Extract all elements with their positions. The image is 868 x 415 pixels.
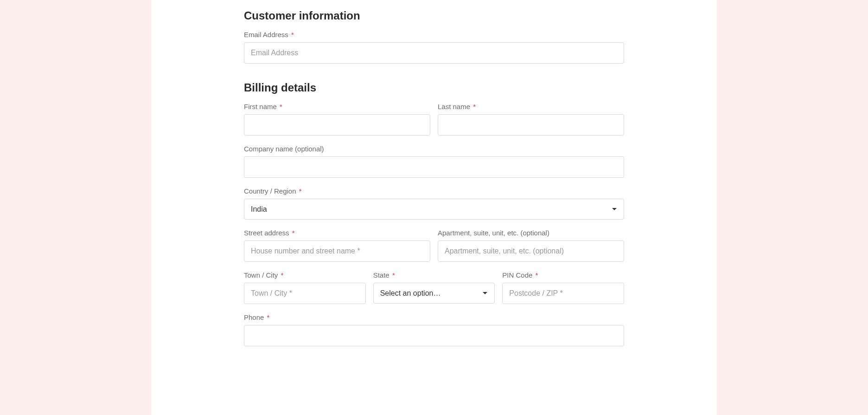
phone-label: Phone * <box>244 313 624 321</box>
required-mark: * <box>299 187 302 195</box>
checkout-card: Customer information Email Address * Bil… <box>151 0 717 415</box>
city-label: Town / City * <box>244 271 366 279</box>
email-label-text: Email Address <box>244 31 288 39</box>
street-input[interactable] <box>244 240 430 262</box>
customer-info-section: Customer information Email Address * <box>244 9 624 64</box>
required-mark: * <box>292 229 295 237</box>
first-name-input[interactable] <box>244 114 430 136</box>
phone-field-wrapper: Phone * <box>244 313 624 346</box>
customer-info-heading: Customer information <box>244 9 624 22</box>
required-mark: * <box>280 103 282 110</box>
street-label-text: Street address <box>244 229 289 237</box>
first-name-field-wrapper: First name * <box>244 103 430 136</box>
pin-input[interactable] <box>502 283 624 304</box>
billing-details-section: Billing details First name * Last name * <box>244 81 624 346</box>
country-select[interactable]: India <box>244 199 624 220</box>
phone-input[interactable] <box>244 325 624 346</box>
first-name-label: First name * <box>244 103 430 110</box>
required-mark: * <box>267 313 270 321</box>
required-mark: * <box>473 103 476 110</box>
city-field-wrapper: Town / City * <box>244 271 366 304</box>
street-field-wrapper: Street address * <box>244 229 430 262</box>
state-label: State * <box>373 271 495 279</box>
apt-field-wrapper: Apartment, suite, unit, etc. (optional) <box>438 229 624 262</box>
pin-field-wrapper: PIN Code * <box>502 271 624 304</box>
form-inner: Customer information Email Address * Bil… <box>244 9 624 346</box>
required-mark: * <box>291 31 294 39</box>
email-field-wrapper: Email Address * <box>244 31 624 64</box>
state-field-wrapper: State * Select an option… <box>373 271 495 304</box>
pin-label: PIN Code * <box>502 271 624 279</box>
state-select[interactable]: Select an option… <box>373 283 495 304</box>
country-label-text: Country / Region <box>244 187 296 195</box>
company-input[interactable] <box>244 156 624 178</box>
city-input[interactable] <box>244 283 366 304</box>
last-name-field-wrapper: Last name * <box>438 103 624 136</box>
street-label: Street address * <box>244 229 430 237</box>
company-label: Company name (optional) <box>244 145 624 153</box>
first-name-label-text: First name <box>244 103 277 110</box>
pin-label-text: PIN Code <box>502 271 532 279</box>
email-label: Email Address * <box>244 31 624 39</box>
phone-label-text: Phone <box>244 313 264 321</box>
required-mark: * <box>392 271 395 279</box>
last-name-label: Last name * <box>438 103 624 110</box>
email-input[interactable] <box>244 42 624 64</box>
apt-input[interactable] <box>438 240 624 262</box>
country-label: Country / Region * <box>244 187 624 195</box>
required-mark: * <box>281 271 284 279</box>
billing-heading: Billing details <box>244 81 624 94</box>
apt-label: Apartment, suite, unit, etc. (optional) <box>438 229 624 237</box>
city-label-text: Town / City <box>244 271 278 279</box>
state-label-text: State <box>373 271 389 279</box>
company-field-wrapper: Company name (optional) <box>244 145 624 178</box>
country-field-wrapper: Country / Region * India <box>244 187 624 220</box>
last-name-label-text: Last name <box>438 103 470 110</box>
required-mark: * <box>536 271 538 279</box>
last-name-input[interactable] <box>438 114 624 136</box>
